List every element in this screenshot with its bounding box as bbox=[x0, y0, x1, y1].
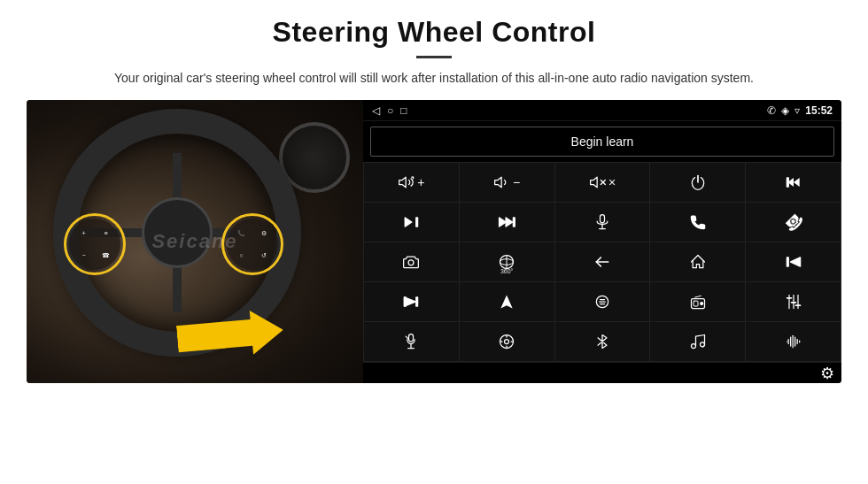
location-status-icon: ◈ bbox=[781, 104, 789, 117]
phone-answer-icon bbox=[689, 213, 707, 231]
svg-rect-9 bbox=[787, 178, 788, 187]
music-button[interactable] bbox=[650, 322, 745, 361]
navigation-icon bbox=[498, 293, 515, 311]
svg-marker-0 bbox=[399, 177, 407, 188]
camera-button[interactable] bbox=[364, 242, 459, 281]
page-title: Steering Wheel Control bbox=[273, 16, 596, 49]
skip-end-button[interactable] bbox=[364, 282, 459, 321]
begin-learn-button[interactable]: Begin learn bbox=[370, 127, 834, 157]
left-button-cluster-circle: + ≡ − ☎ bbox=[64, 213, 126, 275]
bluetooth-button[interactable] bbox=[555, 322, 650, 361]
svg-rect-10 bbox=[416, 218, 418, 227]
svg-marker-12 bbox=[500, 218, 507, 227]
fast-fwd-button[interactable] bbox=[460, 203, 554, 242]
svg-point-34 bbox=[701, 303, 703, 305]
equalizer-button[interactable] bbox=[555, 282, 650, 321]
svg-marker-4 bbox=[591, 177, 598, 188]
page-subtitle: Your original car's steering wheel contr… bbox=[114, 69, 754, 88]
bluetooth-icon bbox=[593, 333, 611, 350]
controls-grid: + − × bbox=[363, 162, 841, 362]
navigation-button[interactable] bbox=[460, 282, 554, 321]
sliders-button[interactable] bbox=[746, 282, 841, 321]
mic-icon bbox=[593, 213, 611, 231]
music-icon bbox=[689, 333, 707, 350]
status-bar-right: ✆ ◈ ▿ 15:52 bbox=[767, 104, 833, 117]
seicane-watermark: Seicane bbox=[151, 230, 237, 253]
back-nav-icon[interactable]: ◁ bbox=[372, 104, 380, 117]
status-bar: ◁ ○ □ ✆ ◈ ▿ 15:52 bbox=[363, 100, 841, 121]
settings-circle-icon bbox=[498, 333, 515, 350]
camera-icon bbox=[402, 253, 420, 271]
back-button[interactable] bbox=[555, 242, 650, 281]
svg-marker-27 bbox=[501, 296, 513, 309]
cluster-phone-icon: 📞 bbox=[237, 230, 245, 236]
arrow-overlay bbox=[177, 312, 283, 357]
skip-prev-button[interactable] bbox=[746, 242, 841, 281]
steering-bg: + ≡ − ☎ 📞 ⚙ ○ ↺ Seicane bbox=[27, 100, 363, 383]
cluster-call: ☎ bbox=[102, 252, 110, 258]
gear-settings-button[interactable]: ⚙ bbox=[820, 364, 834, 383]
cluster-settings-icon: ⚙ bbox=[261, 230, 267, 236]
radio-button[interactable] bbox=[650, 282, 745, 321]
svg-marker-13 bbox=[506, 218, 513, 227]
mic2-icon bbox=[402, 333, 420, 350]
cluster-arrows: ↺ bbox=[261, 252, 267, 258]
mic2-button[interactable] bbox=[364, 322, 459, 361]
cluster-circle: ○ bbox=[239, 252, 243, 258]
vol-down-button[interactable]: − bbox=[460, 163, 554, 202]
fast-fwd-icon bbox=[498, 213, 515, 231]
mute-button[interactable]: × bbox=[555, 163, 650, 202]
svg-rect-24 bbox=[416, 297, 418, 306]
vol-up-icon bbox=[398, 173, 415, 191]
svg-marker-23 bbox=[790, 257, 800, 266]
begin-learn-row: Begin learn bbox=[363, 121, 841, 162]
home-nav-icon[interactable]: ○ bbox=[387, 104, 393, 117]
settings-circle-button[interactable] bbox=[460, 322, 554, 361]
prev-track-button[interactable] bbox=[746, 163, 841, 202]
gear-row: ⚙ bbox=[363, 362, 841, 383]
mute-icon bbox=[589, 173, 607, 191]
steering-wheel-image: + ≡ − ☎ 📞 ⚙ ○ ↺ Seicane bbox=[27, 100, 363, 383]
arrow-shape bbox=[175, 308, 285, 361]
phone-status-icon: ✆ bbox=[767, 104, 776, 117]
hang-up-button[interactable]: ☎ bbox=[746, 203, 841, 242]
equalizer-icon bbox=[593, 293, 611, 311]
power-icon bbox=[689, 173, 707, 191]
prev-track-icon bbox=[785, 173, 802, 191]
mute-x: × bbox=[608, 175, 616, 189]
status-bar-left: ◁ ○ □ bbox=[372, 104, 407, 117]
skip-prev-icon bbox=[785, 253, 802, 271]
vol-down-icon bbox=[493, 173, 511, 191]
left-cluster-inner: + ≡ − ☎ bbox=[69, 219, 120, 270]
vol-up-button[interactable]: + bbox=[364, 163, 459, 202]
cluster-plus: + bbox=[81, 230, 85, 236]
view-360-button[interactable]: 360° bbox=[460, 242, 554, 281]
svg-rect-22 bbox=[787, 257, 788, 266]
skip-end-icon bbox=[402, 293, 420, 311]
time-display: 15:52 bbox=[805, 104, 833, 117]
power-button[interactable] bbox=[650, 163, 745, 202]
cluster-minus: − bbox=[81, 252, 85, 258]
hang-up-symbol: ☎ bbox=[779, 208, 807, 235]
home-button[interactable] bbox=[650, 242, 745, 281]
svg-rect-15 bbox=[600, 215, 604, 223]
vol-up-plus: + bbox=[417, 175, 424, 189]
svg-point-51 bbox=[691, 344, 695, 349]
svg-point-46 bbox=[505, 340, 509, 344]
360-label: 360° bbox=[500, 268, 513, 274]
svg-rect-33 bbox=[694, 301, 698, 306]
svg-line-35 bbox=[694, 296, 701, 297]
sliders-icon bbox=[785, 293, 802, 311]
mic-button[interactable] bbox=[555, 203, 650, 242]
page-container: Steering Wheel Control Your original car… bbox=[0, 0, 868, 484]
wifi-status-icon: ▿ bbox=[794, 104, 800, 117]
skip-fwd-button[interactable] bbox=[364, 203, 459, 242]
recents-nav-icon[interactable]: □ bbox=[400, 104, 407, 117]
vol-down-minus: − bbox=[513, 175, 520, 189]
phone-answer-button[interactable] bbox=[650, 203, 745, 242]
svg-line-53 bbox=[703, 345, 705, 347]
content-row: + ≡ − ☎ 📞 ⚙ ○ ↺ Seicane bbox=[27, 100, 841, 383]
wave-button[interactable] bbox=[746, 322, 841, 361]
android-screen: ◁ ○ □ ✆ ◈ ▿ 15:52 Begin learn bbox=[363, 100, 841, 383]
title-divider bbox=[416, 56, 452, 58]
